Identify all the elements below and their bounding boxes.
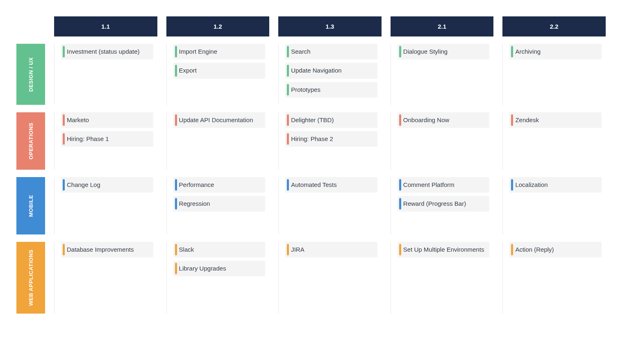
card[interactable]: Hiring: Phase 2 bbox=[285, 131, 377, 147]
lane-cell: Zendesk bbox=[502, 112, 606, 170]
lane-cell: Localization bbox=[502, 177, 606, 234]
card[interactable]: Dialogue Styling bbox=[398, 44, 490, 59]
card[interactable]: Action (Reply) bbox=[509, 242, 602, 257]
lane-cell: Investment (status update) bbox=[54, 44, 157, 105]
lane-cell: Update API Documentation bbox=[166, 112, 270, 170]
card[interactable]: Onboarding Now bbox=[398, 112, 490, 128]
lane-cell: Database Improvements bbox=[54, 242, 157, 314]
lane-cell: Onboarding Now bbox=[391, 112, 494, 170]
column-header[interactable]: 1.2 bbox=[166, 16, 270, 36]
lane-cell: Dialogue Styling bbox=[391, 44, 494, 105]
card[interactable]: Update Navigation bbox=[285, 63, 377, 78]
lane-cell: Performance Regression bbox=[166, 177, 270, 234]
lane-cell: Slack Library Upgrades bbox=[166, 242, 270, 314]
swimlane-label-operations[interactable]: OPERATIONS bbox=[16, 112, 45, 170]
card[interactable]: Hiring: Phase 1 bbox=[61, 131, 153, 147]
column-header[interactable]: 1.3 bbox=[278, 16, 382, 36]
card[interactable]: Change Log bbox=[61, 177, 153, 193]
grid-corner bbox=[16, 16, 45, 36]
column-header[interactable]: 2.2 bbox=[502, 16, 606, 36]
card[interactable]: Investment (status update) bbox=[61, 44, 153, 59]
card[interactable]: Regression bbox=[173, 196, 266, 212]
card[interactable]: Database Improvements bbox=[61, 242, 153, 257]
card[interactable]: Search bbox=[285, 44, 377, 59]
lane-cell: Automated Tests bbox=[278, 177, 382, 234]
card[interactable]: Archiving bbox=[509, 44, 602, 59]
card[interactable]: Library Upgrades bbox=[173, 261, 266, 276]
column-header[interactable]: 1.1 bbox=[54, 16, 157, 36]
swimlane-label-mobile[interactable]: MOBILE bbox=[16, 177, 45, 234]
lane-cell: JIRA bbox=[278, 242, 382, 314]
card[interactable]: Automated Tests bbox=[285, 177, 377, 193]
swimlane-label-web-applications[interactable]: WEB APPLICATIONS bbox=[16, 242, 45, 314]
card[interactable]: Marketo bbox=[61, 112, 153, 128]
card[interactable]: Export bbox=[173, 63, 266, 78]
card[interactable]: Import Engine bbox=[173, 44, 266, 59]
card[interactable]: Slack bbox=[173, 242, 266, 257]
card[interactable]: Localization bbox=[509, 177, 602, 193]
card[interactable]: Performance bbox=[173, 177, 266, 193]
roadmap-board: 1.1 1.2 1.3 2.1 2.2 DESIGN / UX Investme… bbox=[16, 16, 606, 314]
lane-cell: Import Engine Export bbox=[166, 44, 270, 105]
lane-cell: Action (Reply) bbox=[502, 242, 606, 314]
swimlane-label-design-ux[interactable]: DESIGN / UX bbox=[16, 44, 45, 105]
lane-cell: Comment Platform Reward (Progress Bar) bbox=[391, 177, 494, 234]
card[interactable]: Set Up Multiple Environments bbox=[398, 242, 490, 257]
lane-cell: Marketo Hiring: Phase 1 bbox=[54, 112, 157, 170]
lane-cell: Archiving bbox=[502, 44, 606, 105]
card[interactable]: Reward (Progress Bar) bbox=[398, 196, 490, 212]
card[interactable]: Prototypes bbox=[285, 82, 377, 98]
card[interactable]: JIRA bbox=[285, 242, 377, 257]
lane-cell: Change Log bbox=[54, 177, 157, 234]
column-header[interactable]: 2.1 bbox=[391, 16, 494, 36]
card[interactable]: Update API Documentation bbox=[173, 112, 266, 128]
lane-cell: Delighter (TBD) Hiring: Phase 2 bbox=[278, 112, 382, 170]
lane-cell: Set Up Multiple Environments bbox=[391, 242, 494, 314]
card[interactable]: Zendesk bbox=[509, 112, 602, 128]
card[interactable]: Comment Platform bbox=[398, 177, 490, 193]
lane-cell: Search Update Navigation Prototypes bbox=[278, 44, 382, 105]
card[interactable]: Delighter (TBD) bbox=[285, 112, 377, 128]
